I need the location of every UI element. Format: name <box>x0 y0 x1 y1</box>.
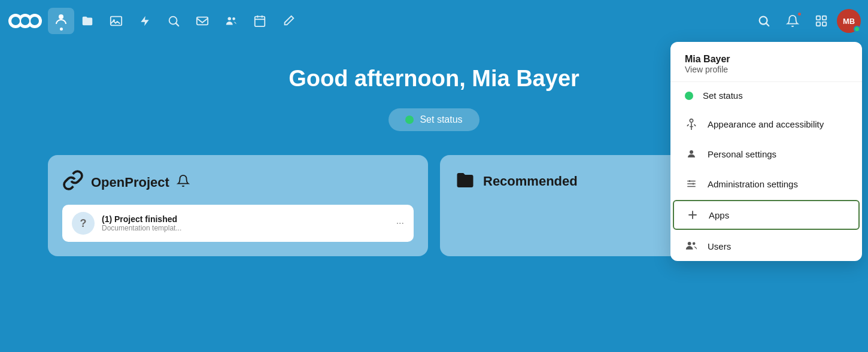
set-status-menu-item[interactable]: Set status <box>670 82 862 109</box>
svg-point-13 <box>232 17 235 20</box>
set-status-button[interactable]: Set status <box>389 108 479 131</box>
notifications-button[interactable] <box>779 8 806 34</box>
photos-nav-icon[interactable] <box>103 8 129 34</box>
svg-line-19 <box>766 23 769 26</box>
openproject-card: OpenProject ? (1) Project finished Docum… <box>48 155 428 256</box>
online-status-dot <box>854 26 860 32</box>
appearance-icon <box>685 117 698 131</box>
set-status-icon <box>685 92 693 100</box>
svg-rect-23 <box>823 22 826 26</box>
openproject-notification-icon[interactable] <box>177 174 190 191</box>
topbar-nav <box>74 8 751 34</box>
openproject-icon <box>62 169 84 195</box>
apps-menu-label: Apps <box>709 210 729 220</box>
recommended-icon <box>454 169 476 193</box>
users-menu-item[interactable]: Users <box>670 231 862 261</box>
apps-icon <box>686 208 699 221</box>
svg-point-34 <box>693 242 696 245</box>
nextcloud-logo[interactable] <box>7 8 43 34</box>
topbar-right: MB <box>751 8 861 34</box>
svg-point-25 <box>690 150 693 154</box>
appearance-menu-item[interactable]: Appearance and accessibility <box>670 109 862 139</box>
openproject-title: OpenProject <box>91 175 169 190</box>
users-icon <box>685 239 698 253</box>
svg-rect-20 <box>817 16 820 20</box>
admin-settings-menu-item[interactable]: Administration settings <box>670 169 862 199</box>
svg-line-10 <box>176 23 179 26</box>
personal-settings-icon <box>685 147 698 160</box>
status-indicator <box>405 116 414 124</box>
project-item-text: (1) Project finished Documentation templ… <box>102 214 389 232</box>
personal-settings-menu-item[interactable]: Personal settings <box>670 139 862 169</box>
svg-point-6 <box>59 14 63 19</box>
svg-point-33 <box>688 242 691 245</box>
svg-rect-11 <box>197 17 208 25</box>
search-button[interactable] <box>751 8 777 34</box>
activity-nav-icon[interactable] <box>132 8 158 34</box>
contacts-nav-icon[interactable] <box>218 8 244 34</box>
apps-menu-item[interactable]: Apps <box>673 200 860 230</box>
project-item-sub: Documentation templat... <box>102 224 389 232</box>
dropdown-header: Mia Bayer View profile <box>670 42 862 82</box>
svg-point-24 <box>690 119 693 122</box>
svg-point-3 <box>11 17 20 25</box>
set-status-menu-label: Set status <box>703 90 743 101</box>
svg-rect-14 <box>255 17 265 26</box>
openproject-card-header: OpenProject <box>62 169 414 195</box>
dashboard-nav-icon[interactable] <box>48 8 74 34</box>
svg-rect-21 <box>823 16 826 20</box>
avatar-initials: MB <box>843 17 855 26</box>
files-nav-icon[interactable] <box>74 8 101 34</box>
greeting-heading: Good afternoon, Mia Bayer <box>289 66 579 92</box>
set-status-label: Set status <box>420 114 462 125</box>
users-menu-label: Users <box>708 241 731 251</box>
svg-point-12 <box>228 17 232 20</box>
topbar: MB <box>0 0 868 42</box>
calendar-nav-icon[interactable] <box>247 8 273 34</box>
project-item-avatar: ? <box>72 212 95 235</box>
view-profile-link[interactable]: View profile <box>685 65 848 74</box>
svg-point-4 <box>21 17 29 25</box>
project-item-more[interactable]: ··· <box>396 218 404 229</box>
talk-nav-icon[interactable] <box>160 8 187 34</box>
mail-nav-icon[interactable] <box>189 8 216 34</box>
recommended-title: Recommended <box>483 174 578 189</box>
notes-nav-icon[interactable] <box>275 8 302 34</box>
user-avatar[interactable]: MB <box>837 9 861 33</box>
admin-settings-menu-label: Administration settings <box>708 179 798 189</box>
dropdown-username: Mia Bayer <box>685 54 848 65</box>
project-item-name: (1) Project finished <box>102 214 389 224</box>
contacts-menu-button[interactable] <box>808 8 834 34</box>
appearance-menu-label: Appearance and accessibility <box>708 119 824 129</box>
project-item[interactable]: ? (1) Project finished Documentation tem… <box>62 205 414 242</box>
user-dropdown-menu: Mia Bayer View profile Set status Appear… <box>670 42 862 261</box>
admin-settings-icon <box>685 177 698 190</box>
personal-settings-menu-label: Personal settings <box>708 149 776 159</box>
svg-rect-7 <box>111 17 122 26</box>
svg-rect-22 <box>817 22 820 26</box>
svg-point-5 <box>31 17 39 25</box>
